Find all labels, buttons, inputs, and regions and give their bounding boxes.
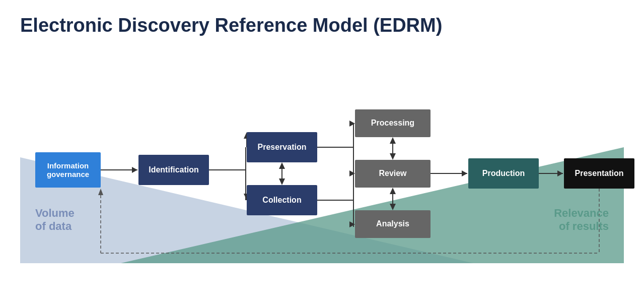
box-analysis: Analysis xyxy=(355,210,431,238)
box-review: Review xyxy=(355,160,431,188)
box-processing: Processing xyxy=(355,109,431,137)
box-information-governance: Information governance xyxy=(35,152,101,188)
label-relevance: Relevanceof results xyxy=(554,207,609,233)
svg-marker-7 xyxy=(132,167,137,173)
svg-marker-30 xyxy=(390,153,396,160)
box-collection: Collection xyxy=(247,185,317,215)
svg-marker-17 xyxy=(279,178,285,185)
svg-marker-29 xyxy=(390,137,396,144)
diagram-svg xyxy=(20,51,624,263)
svg-marker-32 xyxy=(390,188,396,194)
svg-marker-37 xyxy=(557,170,563,176)
svg-marker-35 xyxy=(462,170,467,176)
svg-marker-26 xyxy=(349,221,355,227)
diagram-area: Information governance Identification Pr… xyxy=(20,51,624,263)
box-production: Production xyxy=(468,158,539,189)
page-container: Electronic Discovery Reference Model (ED… xyxy=(0,0,644,299)
svg-marker-5 xyxy=(98,189,103,195)
box-presentation: Presentation xyxy=(564,158,634,189)
svg-marker-24 xyxy=(349,170,355,176)
box-identification: Identification xyxy=(138,155,209,185)
page-title: Electronic Discovery Reference Model (ED… xyxy=(20,15,624,36)
svg-marker-33 xyxy=(390,204,396,210)
box-preservation: Preservation xyxy=(247,132,317,162)
svg-marker-16 xyxy=(279,162,285,169)
label-volume: Volumeof data xyxy=(35,207,75,233)
svg-marker-22 xyxy=(349,121,355,127)
